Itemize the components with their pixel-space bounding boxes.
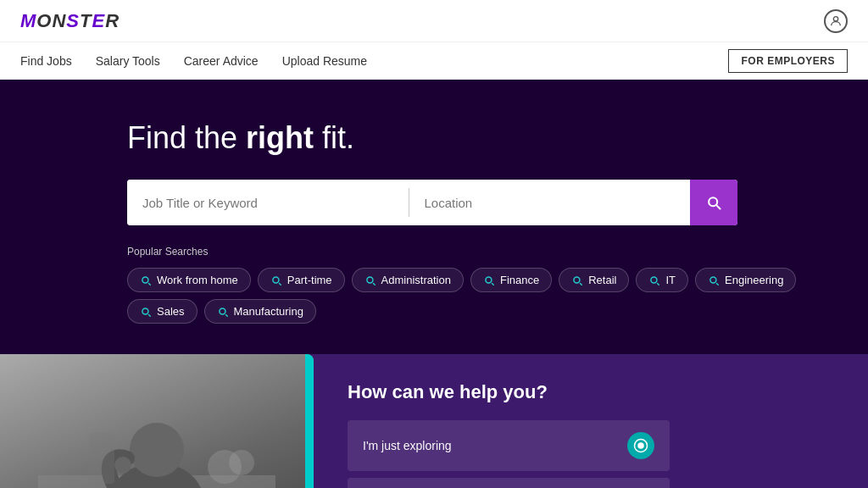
tag-retail[interactable]: Retail bbox=[559, 268, 629, 292]
tag-label: Engineering bbox=[725, 274, 783, 286]
header: MONSTER bbox=[0, 0, 868, 42]
tag-search-icon bbox=[708, 274, 720, 286]
image-placeholder bbox=[0, 354, 314, 488]
search-bar bbox=[127, 180, 737, 225]
teal-accent-bar bbox=[305, 354, 314, 488]
tag-search-icon bbox=[483, 274, 495, 286]
popular-searches-label: Popular Searches bbox=[127, 246, 848, 258]
tag-label: Sales bbox=[157, 305, 185, 318]
svg-point-12 bbox=[130, 423, 184, 477]
nav-salary-tools[interactable]: Salary Tools bbox=[96, 54, 160, 68]
svg-point-7 bbox=[710, 276, 716, 282]
tag-search-icon bbox=[364, 274, 376, 286]
second-option[interactable] bbox=[348, 478, 670, 488]
search-icon bbox=[705, 194, 722, 211]
svg-rect-16 bbox=[89, 433, 114, 484]
svg-point-0 bbox=[833, 16, 837, 20]
svg-point-18 bbox=[637, 442, 644, 449]
svg-point-13 bbox=[114, 457, 131, 474]
nav-find-jobs[interactable]: Find Jobs bbox=[20, 54, 72, 68]
tag-search-icon bbox=[648, 274, 660, 286]
logo: MONSTER bbox=[20, 10, 120, 32]
popular-tags-container: Work from home Part-time Administration … bbox=[127, 268, 848, 324]
tag-label: Manufacturing bbox=[234, 305, 303, 318]
for-employers-button[interactable]: FOR EMPLOYERS bbox=[728, 49, 848, 73]
exploring-option-icon bbox=[627, 432, 654, 459]
location-input[interactable] bbox=[409, 180, 691, 225]
tag-work-from-home[interactable]: Work from home bbox=[127, 268, 251, 292]
tag-search-icon bbox=[217, 306, 229, 318]
tag-manufacturing[interactable]: Manufacturing bbox=[204, 299, 316, 324]
tag-administration[interactable]: Administration bbox=[352, 268, 464, 292]
person-illustration bbox=[38, 357, 275, 488]
tag-label: Finance bbox=[500, 274, 539, 286]
hero-image bbox=[0, 354, 314, 488]
tag-finance[interactable]: Finance bbox=[470, 268, 552, 292]
tag-search-icon bbox=[140, 306, 152, 318]
lower-section: How can we help you? I'm just exploring bbox=[0, 354, 868, 488]
account-icon[interactable] bbox=[824, 9, 848, 33]
tag-sales[interactable]: Sales bbox=[127, 299, 198, 324]
tag-search-icon bbox=[571, 274, 583, 286]
svg-point-1 bbox=[142, 276, 148, 282]
svg-point-6 bbox=[651, 276, 657, 282]
svg-point-3 bbox=[366, 276, 372, 282]
tag-label: Administration bbox=[381, 274, 451, 286]
nav-upload-resume[interactable]: Upload Resume bbox=[282, 54, 367, 68]
header-right bbox=[824, 9, 848, 33]
main-nav: Find Jobs Salary Tools Career Advice Upl… bbox=[0, 42, 868, 80]
tag-it[interactable]: IT bbox=[636, 268, 688, 292]
help-section: How can we help you? I'm just exploring bbox=[314, 354, 868, 488]
tag-engineering[interactable]: Engineering bbox=[695, 268, 796, 292]
svg-point-8 bbox=[142, 308, 148, 313]
tag-label: Part-time bbox=[287, 274, 332, 286]
svg-point-9 bbox=[219, 308, 225, 313]
hero-title: Find the right fit. bbox=[127, 120, 848, 156]
tag-label: IT bbox=[665, 274, 676, 286]
radio-icon bbox=[633, 438, 648, 453]
nav-career-advice[interactable]: Career Advice bbox=[184, 54, 259, 68]
svg-point-15 bbox=[229, 450, 254, 475]
search-button[interactable] bbox=[690, 180, 737, 225]
svg-point-5 bbox=[574, 276, 580, 282]
tag-label: Work from home bbox=[157, 274, 238, 286]
tag-search-icon bbox=[270, 274, 282, 286]
svg-point-4 bbox=[486, 276, 492, 282]
tag-search-icon bbox=[140, 274, 152, 286]
hero-section: Find the right fit. Popular Searches Wor… bbox=[0, 80, 868, 354]
job-keyword-input[interactable] bbox=[127, 180, 409, 225]
popular-searches-section: Popular Searches Work from home Part-tim… bbox=[127, 246, 848, 324]
tag-label: Retail bbox=[588, 274, 616, 286]
lower-title: How can we help you? bbox=[348, 381, 834, 403]
exploring-option[interactable]: I'm just exploring bbox=[348, 420, 670, 471]
exploring-option-text: I'm just exploring bbox=[363, 439, 452, 452]
svg-point-2 bbox=[273, 276, 279, 282]
tag-part-time[interactable]: Part-time bbox=[258, 268, 345, 292]
